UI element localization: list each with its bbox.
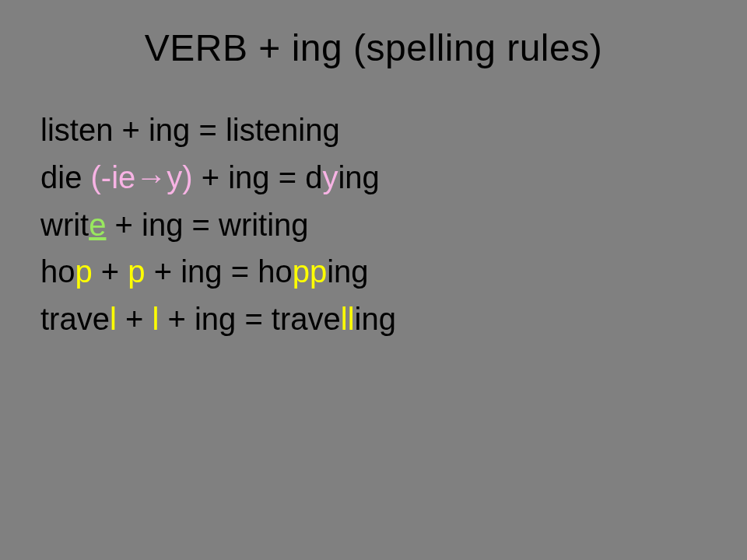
highlight-yellow: l [110,302,117,336]
highlight-pink: y [322,160,338,194]
highlight-pink: (-ie [91,160,136,194]
highlight-yellow: p [128,254,145,289]
text: + [93,254,128,289]
slide-title: VERB + ing (spelling rules) [0,0,747,69]
text: listen + ing = listening [40,113,340,147]
slide: VERB + ing (spelling rules) listen + ing… [0,0,747,560]
rule-hop: hop + p + ing = hopping [40,248,707,296]
highlight-green: e [89,208,106,242]
text: + ing = d [193,160,323,194]
rule-die: die (-ie→y) + ing = dying [40,154,707,201]
highlight-yellow: p [75,254,93,289]
rule-write: write + ing = writing [40,201,707,249]
text: writ [40,208,89,242]
text: ing [355,302,396,336]
highlight-yellow: pp [293,254,328,289]
text: + ing = ho [146,254,293,289]
text: ho [40,254,75,289]
highlight-yellow: l [152,302,159,336]
arrow-icon: → [135,160,167,194]
rule-travel: travel + l + ing = travelling [40,296,707,343]
highlight-yellow: ll [341,302,355,336]
slide-body: listen + ing = listening die (-ie→y) + i… [0,69,747,343]
text: + ing = trave [159,302,340,336]
text: + ing = writing [106,208,308,242]
text: die [40,160,91,194]
text: ing [338,160,379,194]
text: trave [40,302,110,336]
text: + [117,302,153,336]
rule-listen: listen + ing = listening [40,107,707,154]
highlight-pink: y) [167,160,192,194]
text: ing [327,254,368,289]
